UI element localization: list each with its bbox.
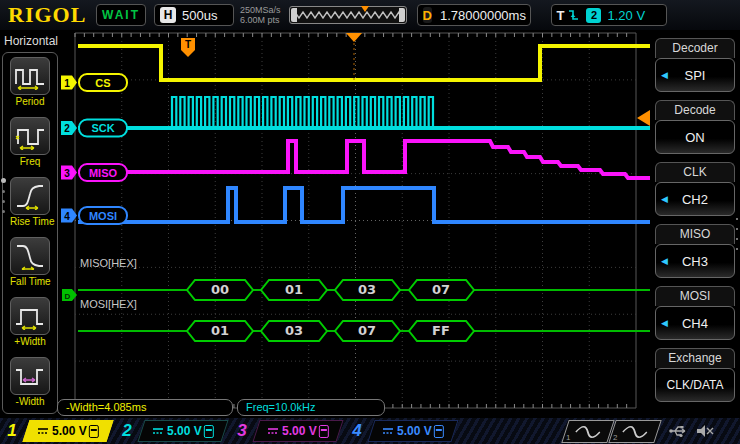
miso-hex-3: 07 — [432, 282, 450, 297]
measurement-freq: Freq=10.0kHz — [237, 399, 385, 416]
measurement-neg-width: -Width=4.085ms — [57, 399, 233, 416]
oscilloscope-screen: RIGOL WAIT H 500us 250MSa/s 6.00M pts D … — [0, 0, 740, 444]
svg-text:SCK: SCK — [91, 122, 114, 134]
measure-item-pos-width[interactable]: +Width — [10, 297, 50, 347]
probe-icon — [204, 425, 214, 438]
probe-icon — [89, 425, 99, 438]
softkey-decode-onoff[interactable]: Decode ON — [655, 100, 735, 154]
cs-trace — [78, 46, 650, 80]
source2-button[interactable]: 2 — [608, 420, 661, 443]
mosi-bus-label: MOSI[HEX] — [80, 298, 137, 310]
sound-muted-icon — [695, 423, 715, 439]
top-status-bar: RIGOL WAIT H 500us 250MSa/s 6.00M pts D … — [0, 0, 740, 30]
left-arrow-icon: ◀ — [661, 194, 668, 204]
delay-readout: D 1.78000000ms — [417, 4, 531, 26]
acquisition-readout: 250MSa/s 6.00M pts — [240, 5, 281, 25]
usb-icon — [668, 423, 688, 439]
measure-item-period[interactable]: Period — [10, 57, 50, 107]
freq-icon — [14, 122, 46, 150]
mosi-trace — [78, 188, 650, 222]
softkey-clk[interactable]: CLK ◀ CH2 — [655, 162, 735, 216]
h-chip: H — [160, 7, 176, 23]
softkey-decoder[interactable]: Decoder ◀ SPI — [655, 38, 735, 92]
fall-time-icon — [14, 242, 46, 270]
svg-text:1: 1 — [64, 78, 70, 89]
memory-depth: 6.00M pts — [240, 15, 281, 25]
channel2-status[interactable]: 2 5.00 V — [119, 418, 225, 444]
sine-icon — [573, 425, 604, 439]
measure-item-neg-width[interactable]: -Width — [10, 357, 50, 407]
source1-button[interactable]: 1 — [561, 420, 614, 443]
delay-value: 1.78000000ms — [440, 8, 526, 23]
mosi-hex-0: 01 — [211, 323, 229, 338]
svg-text:4: 4 — [64, 211, 70, 222]
dc-coupling-icon — [152, 426, 164, 436]
softkey-exchange[interactable]: Exchange CLK/DATA — [655, 348, 735, 402]
horizontal-scale-readout: H 500us — [154, 4, 234, 26]
window-left-cap — [291, 8, 297, 22]
channel-status-bar: 1 5.00 V 2 5.00 V 3 — [0, 418, 740, 444]
measure-item-fall-time[interactable]: Fall Time — [10, 237, 50, 287]
left-arrow-icon: ◀ — [661, 256, 668, 266]
channel3-status[interactable]: 3 5.00 V — [234, 418, 340, 444]
miso-hex-0: 00 — [211, 282, 229, 297]
svg-text:MOSI: MOSI — [89, 210, 117, 222]
sck-label-pill[interactable]: SCK — [79, 120, 127, 137]
trigger-position-pin-icon[interactable]: T — [181, 38, 195, 57]
probe-icon — [434, 425, 444, 438]
probe-icon — [319, 425, 329, 438]
left-menu-title: Horizontal — [4, 34, 58, 48]
svg-text:2: 2 — [64, 123, 70, 134]
run-status: WAIT — [96, 4, 146, 26]
miso-label-pill[interactable]: MISO — [79, 164, 127, 181]
miso-hex-1: 01 — [285, 282, 303, 297]
dc-coupling-icon — [267, 426, 279, 436]
softkey-mosi[interactable]: MOSI ◀ CH4 — [655, 286, 735, 340]
sine-icon — [620, 425, 651, 439]
dc-coupling-icon — [37, 426, 49, 436]
mosi-label-pill[interactable]: MOSI — [79, 207, 127, 224]
measure-item-rise-time[interactable]: Rise Time — [10, 177, 50, 227]
horizontal-reference-marker-icon — [346, 33, 362, 80]
rigol-logo: RIGOL — [8, 2, 96, 28]
svg-text:3: 3 — [64, 168, 70, 179]
svg-text:D: D — [65, 292, 71, 301]
menu-scroll-dots — [736, 218, 738, 250]
run-status-label: WAIT — [102, 8, 140, 22]
trigger-readout: T 2 1.20 V — [551, 4, 667, 26]
falling-edge-icon — [568, 8, 580, 22]
pos-width-icon — [14, 302, 46, 330]
svg-text:CS: CS — [95, 77, 110, 89]
trigger-level-arrow-icon[interactable] — [637, 110, 650, 126]
sck-clock-burst — [172, 97, 433, 129]
left-arrow-icon: ◀ — [661, 70, 668, 80]
sample-rate: 250MSa/s — [240, 5, 281, 15]
window-right-cap — [399, 8, 405, 22]
left-measure-menu: Horizontal Period Freq Rise — [0, 30, 60, 418]
timebase-value: 500us — [182, 8, 217, 23]
delay-chip: D — [423, 7, 432, 23]
decode-softkey-menu: Decoder ◀ SPI Decode ON CLK ◀ CH2 MISO ◀… — [652, 30, 740, 418]
memory-waveform-icon — [291, 8, 405, 22]
cs-label-pill[interactable]: CS — [79, 74, 127, 91]
channel4-status[interactable]: 4 5.00 V — [349, 418, 455, 444]
dc-coupling-icon — [382, 426, 394, 436]
trigger-source-chip: 2 — [586, 8, 601, 23]
rise-time-icon — [14, 182, 46, 210]
softkey-miso[interactable]: MISO ◀ CH3 — [655, 224, 735, 278]
measure-item-freq[interactable]: Freq — [10, 117, 50, 167]
channel1-status[interactable]: 1 5.00 V — [4, 418, 110, 444]
memory-position-bar — [289, 6, 407, 24]
waveform-display: 00 01 03 07 01 03 07 FF MISO[HEX] MOSI[H… — [60, 30, 652, 420]
miso-bus-label: MISO[HEX] — [80, 257, 137, 269]
mosi-hex-1: 03 — [285, 323, 303, 338]
neg-width-icon — [14, 362, 46, 390]
trigger-t-label: T — [557, 8, 565, 23]
menu-page-dots — [2, 178, 6, 213]
svg-text:MISO: MISO — [89, 167, 118, 179]
waveform-svg: 00 01 03 07 01 03 07 FF MISO[HEX] MOSI[H… — [60, 30, 652, 420]
miso-hex-2: 03 — [358, 282, 376, 297]
trigger-level-value: 1.20 V — [607, 8, 645, 23]
memory-trigger-pin-icon — [361, 6, 369, 12]
mosi-hex-3: FF — [432, 323, 450, 338]
